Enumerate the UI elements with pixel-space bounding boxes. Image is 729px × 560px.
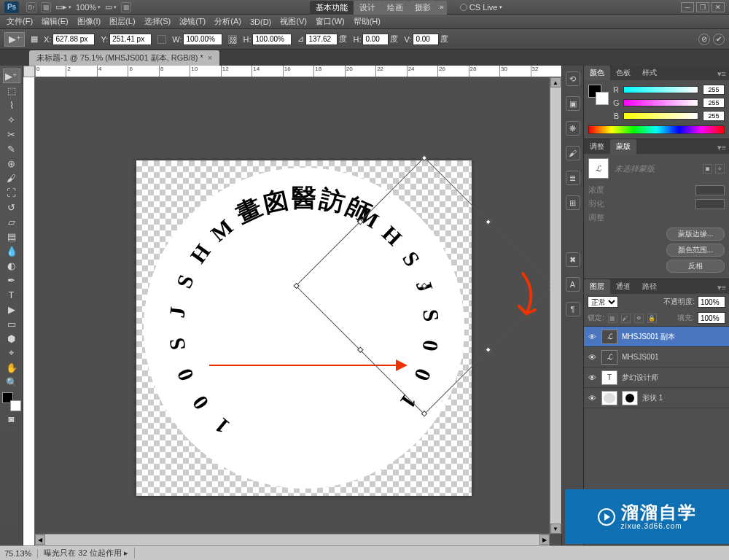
shape-tool[interactable]: ▭ (3, 316, 20, 331)
type-tool[interactable]: T (3, 287, 20, 302)
tab-channels[interactable]: 通道 (610, 279, 636, 294)
panel-menu-icon[interactable]: ▾≡ (714, 141, 729, 154)
gradient-tool[interactable]: ▤ (3, 229, 20, 244)
slider-g[interactable] (623, 99, 698, 106)
blur-tool[interactable]: 💧 (3, 244, 20, 258)
menu-layer[interactable]: 图层(L) (106, 15, 139, 28)
canvas-scrollbar-vertical[interactable]: ▲ ▼ (550, 77, 561, 534)
cancel-transform-button[interactable]: ⊘ (698, 34, 710, 45)
status-zoom[interactable]: 75.13% (4, 549, 38, 558)
lasso-tool[interactable]: ⌇ (3, 98, 20, 112)
layer-row[interactable]: 👁 ℒ MHSJS001 副本 (584, 327, 729, 347)
hand-tool[interactable]: ✋ (3, 360, 20, 375)
ruler-vertical[interactable] (23, 77, 35, 545)
blend-mode-select[interactable]: 正常 (588, 296, 618, 308)
opacity-input[interactable] (698, 296, 725, 308)
dodge-tool[interactable]: ◐ (3, 258, 20, 273)
actions-panel-icon[interactable]: ▣ (566, 96, 580, 111)
layer-row[interactable]: 👁 ℒ MHSJS001 (584, 347, 729, 368)
commit-transform-button[interactable]: ✔ (713, 34, 725, 45)
quickmask-toggle[interactable]: ◙ (3, 411, 20, 426)
lock-pixels-icon[interactable]: 🖌 (621, 314, 631, 323)
menu-filter[interactable]: 滤镜(T) (176, 15, 209, 28)
brush-panel-icon[interactable]: 🖌 (566, 146, 580, 160)
hskew-input[interactable] (362, 34, 389, 45)
fg-bg-swatch[interactable] (2, 392, 21, 411)
layer-row[interactable]: 👁 T 梦幻设计师 (584, 368, 729, 388)
window-close[interactable]: ✕ (712, 2, 725, 12)
link-xy-icon[interactable] (157, 35, 166, 44)
scroll-down-button[interactable]: ▼ (550, 524, 561, 534)
bridge-icon[interactable]: Br (26, 2, 36, 12)
screen-mode-dropdown[interactable]: ▭▾ (105, 2, 117, 12)
color-range-button[interactable]: 颜色范围... (666, 244, 725, 257)
menu-analysis[interactable]: 分析(A) (211, 15, 245, 28)
tab-paths[interactable]: 路径 (636, 279, 663, 294)
window-minimize[interactable]: ─ (681, 2, 694, 12)
paragraph-panel-icon[interactable]: ¶ (566, 302, 580, 316)
current-tool-icon[interactable]: ▶⁺ (4, 32, 25, 47)
y-input[interactable] (109, 34, 152, 45)
transform-handle[interactable] (485, 219, 491, 225)
lock-all-icon[interactable]: 🔒 (647, 314, 657, 323)
tab-styles[interactable]: 样式 (636, 66, 663, 80)
workspace-tab-paint[interactable]: 绘画 (381, 1, 409, 15)
view-arrange-dropdown[interactable]: ▭▸▾ (55, 2, 71, 12)
cslive-button[interactable]: CS Live▾ (460, 3, 503, 12)
visibility-toggle[interactable]: 👁 (587, 394, 597, 402)
value-g[interactable] (703, 98, 725, 108)
character-panel-icon[interactable]: A (566, 277, 580, 292)
x-input[interactable] (52, 34, 95, 45)
document-canvas[interactable]: MHSJS001 畫囪醫訪師 MHSJS001 (136, 160, 472, 496)
value-b[interactable] (703, 111, 725, 121)
menu-image[interactable]: 图像(I) (74, 15, 104, 28)
workspace-tab-design[interactable]: 设计 (354, 1, 381, 15)
link-wh-icon[interactable]: ⛓ (228, 35, 237, 44)
tab-layers[interactable]: 图层 (584, 279, 610, 294)
eraser-tool[interactable]: ▱ (3, 214, 20, 229)
mask-edge-button[interactable]: 蒙版边缘... (666, 228, 725, 241)
ruler-origin[interactable] (23, 66, 35, 77)
visibility-toggle[interactable]: 👁 (587, 353, 597, 362)
angle-input[interactable] (305, 34, 338, 45)
eyedropper-tool[interactable]: ✎ (3, 141, 20, 156)
tab-adjust[interactable]: 调整 (584, 139, 610, 154)
lock-transparent-icon[interactable]: ▦ (608, 314, 617, 323)
brush-tool[interactable]: 🖌 (3, 171, 20, 185)
panel-menu-icon[interactable]: ▾≡ (714, 281, 729, 294)
heal-tool[interactable]: ⊛ (3, 156, 20, 171)
menu-3d[interactable]: 3D(D) (246, 16, 275, 28)
marquee-tool[interactable]: ⬚ (3, 83, 20, 98)
3d-camera-tool[interactable]: ⌖ (3, 346, 20, 360)
extras-icon[interactable]: ▦ (121, 2, 131, 12)
properties-panel-icon[interactable]: ❋ (566, 121, 580, 136)
visibility-toggle[interactable]: 👁 (587, 373, 597, 382)
density-input[interactable] (695, 185, 725, 195)
vskew-input[interactable] (413, 34, 439, 45)
document-tab[interactable]: 未标题-1 @ 75.1% (MHSJS001 副本, RGB/8) * × (29, 50, 219, 66)
fill-input[interactable] (698, 312, 725, 324)
tab-color[interactable]: 颜色 (584, 66, 610, 80)
panel-fg-bg-swatch[interactable] (588, 85, 609, 105)
w-input[interactable] (183, 34, 222, 45)
menu-edit[interactable]: 编辑(E) (38, 15, 72, 28)
lock-position-icon[interactable]: ✥ (634, 314, 644, 323)
tab-swatches[interactable]: 色板 (610, 66, 636, 80)
pixel-mask-icon[interactable]: ◙ (703, 164, 712, 174)
transform-handle[interactable] (357, 219, 363, 225)
transform-handle[interactable] (421, 155, 427, 160)
layer-row[interactable]: 👁 形状 1 (584, 388, 729, 408)
visibility-toggle[interactable]: 👁 (587, 332, 597, 341)
menu-file[interactable]: 文件(F) (3, 15, 36, 28)
wand-tool[interactable]: ✧ (3, 112, 20, 127)
stamp-tool[interactable]: ⛶ (3, 185, 20, 200)
invert-button[interactable]: 反相 (666, 260, 725, 273)
transform-center[interactable] (421, 283, 427, 289)
crop-tool[interactable]: ✂ (3, 127, 20, 141)
clone-panel-icon[interactable]: ⊞ (566, 195, 580, 210)
scroll-left-button[interactable]: ◀ (35, 534, 45, 545)
scroll-right-button[interactable]: ▶ (539, 534, 550, 545)
tools-presets-icon[interactable]: ✖ (566, 252, 580, 267)
status-info-menu[interactable]: 曝光只在 32 位起作用 ▸ (44, 548, 134, 559)
menu-window[interactable]: 窗口(W) (312, 15, 348, 28)
